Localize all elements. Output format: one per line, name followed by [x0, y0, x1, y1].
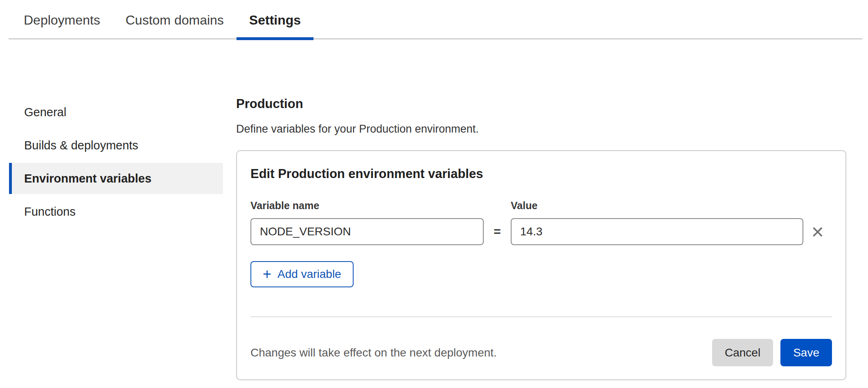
tab-deployments[interactable]: Deployments: [11, 0, 113, 38]
tab-custom-domains[interactable]: Custom domains: [113, 0, 237, 38]
value-input[interactable]: [511, 218, 803, 245]
settings-content: General Builds & deployments Environment…: [0, 39, 868, 380]
section-description: Define variables for your Production env…: [236, 122, 846, 135]
value-label: Value: [511, 199, 803, 212]
plus-icon: +: [263, 267, 271, 282]
footer-note: Changes will take effect on the next dep…: [250, 346, 497, 359]
close-icon: ×: [812, 220, 824, 244]
equals-sign: =: [484, 218, 511, 245]
add-variable-button[interactable]: + Add variable: [250, 261, 354, 287]
env-vars-card: Edit Production environment variables Va…: [236, 150, 846, 380]
card-footer: Changes will take effect on the next dep…: [250, 339, 832, 366]
sidebar-item-environment-variables[interactable]: Environment variables: [9, 163, 223, 194]
project-tab-bar: Deployments Custom domains Settings: [9, 0, 862, 39]
sidebar-item-general[interactable]: General: [9, 97, 223, 128]
save-button[interactable]: Save: [780, 339, 832, 366]
variable-name-label: Variable name: [250, 199, 484, 212]
sidebar-item-functions[interactable]: Functions: [9, 196, 223, 227]
environment-variables-panel: Production Define variables for your Pro…: [236, 97, 846, 380]
value-field: Value: [511, 199, 803, 245]
variable-name-field: Variable name: [250, 199, 484, 245]
card-title: Edit Production environment variables: [250, 167, 832, 181]
variable-name-input[interactable]: [250, 218, 484, 245]
footer-actions: Cancel Save: [712, 339, 832, 366]
add-variable-label: Add variable: [277, 268, 341, 281]
tab-settings[interactable]: Settings: [237, 0, 313, 38]
settings-sidebar: General Builds & deployments Environment…: [9, 97, 223, 229]
cancel-button[interactable]: Cancel: [712, 339, 773, 366]
variable-row: Variable name = Value ×: [250, 199, 832, 245]
remove-variable-button[interactable]: ×: [810, 221, 825, 242]
section-title: Production: [236, 97, 846, 111]
sidebar-item-builds-deployments[interactable]: Builds & deployments: [9, 130, 223, 161]
remove-variable-cell: ×: [803, 218, 832, 245]
card-divider: [250, 316, 832, 317]
